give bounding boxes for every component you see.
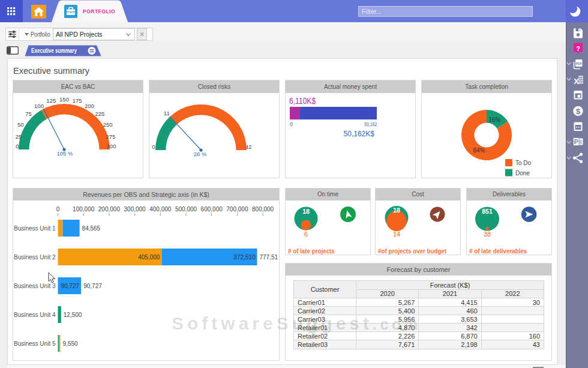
svg-text:225: 225 (95, 110, 104, 117)
svg-text:To Do: To Do (515, 160, 532, 166)
svg-text:90,727: 90,727 (83, 283, 102, 289)
svg-text:X: X (574, 77, 579, 86)
svg-text:18: 18 (302, 208, 310, 215)
svg-text:9,550: 9,550 (63, 340, 78, 347)
svg-text:25: 25 (16, 133, 22, 140)
svg-text:14: 14 (393, 231, 400, 238)
svg-text:851: 851 (482, 208, 493, 215)
svg-text:Business Unit 2: Business Unit 2 (14, 254, 56, 261)
svg-text:12,500: 12,500 (64, 312, 82, 318)
svg-text:42: 42 (245, 143, 252, 150)
svg-text:38: 38 (484, 231, 491, 238)
svg-text:100,000: 100,000 (73, 206, 95, 213)
svg-text:75: 75 (25, 110, 32, 117)
svg-text:372,510: 372,510 (233, 254, 256, 261)
svg-text:150: 150 (59, 96, 69, 103)
svg-text:90,727: 90,727 (61, 283, 80, 289)
svg-text:11: 11 (164, 110, 170, 116)
svg-text:105 %: 105 % (57, 150, 73, 157)
svg-text:0: 0 (56, 206, 60, 213)
svg-text:200,000: 200,000 (98, 206, 121, 213)
svg-text:175: 175 (73, 97, 82, 104)
svg-text:P: P (574, 138, 578, 145)
svg-text:200: 200 (85, 103, 94, 109)
svg-text:18: 18 (393, 207, 400, 214)
svg-text:$: $ (576, 107, 581, 116)
svg-text:Business Unit 4: Business Unit 4 (14, 312, 56, 318)
svg-text:125: 125 (46, 97, 56, 104)
svg-text:100: 100 (34, 103, 44, 109)
svg-text:84%: 84% (473, 147, 485, 154)
svg-text:250: 250 (103, 121, 113, 128)
svg-text:275: 275 (106, 133, 116, 140)
svg-text:Business Unit 5: Business Unit 5 (14, 340, 56, 347)
svg-text:600,000: 600,000 (201, 206, 223, 213)
svg-text:84,565: 84,565 (82, 225, 101, 232)
svg-text:700,000: 700,000 (226, 206, 248, 213)
svg-text:PDF: PDF (575, 62, 582, 65)
svg-text:800,000: 800,000 (252, 206, 274, 213)
svg-text:6: 6 (304, 231, 308, 238)
svg-text:Executive summary: Executive summary (31, 47, 77, 54)
svg-text:0: 0 (152, 143, 155, 150)
svg-text:26 %: 26 % (194, 151, 207, 157)
svg-text:400,000: 400,000 (149, 206, 172, 213)
svg-text:16%: 16% (488, 116, 500, 123)
svg-text:405,000: 405,000 (138, 254, 160, 261)
svg-text:?: ? (576, 45, 580, 52)
svg-text:0: 0 (16, 143, 19, 149)
svg-text:Business Unit 1: Business Unit 1 (14, 225, 56, 232)
svg-text:50: 50 (17, 121, 24, 128)
svg-text:777,51: 777,51 (260, 254, 278, 261)
svg-text:300,000: 300,000 (124, 206, 146, 213)
svg-text:300: 300 (107, 143, 116, 149)
svg-text:Done: Done (515, 170, 530, 176)
svg-text:500,000: 500,000 (175, 206, 197, 213)
